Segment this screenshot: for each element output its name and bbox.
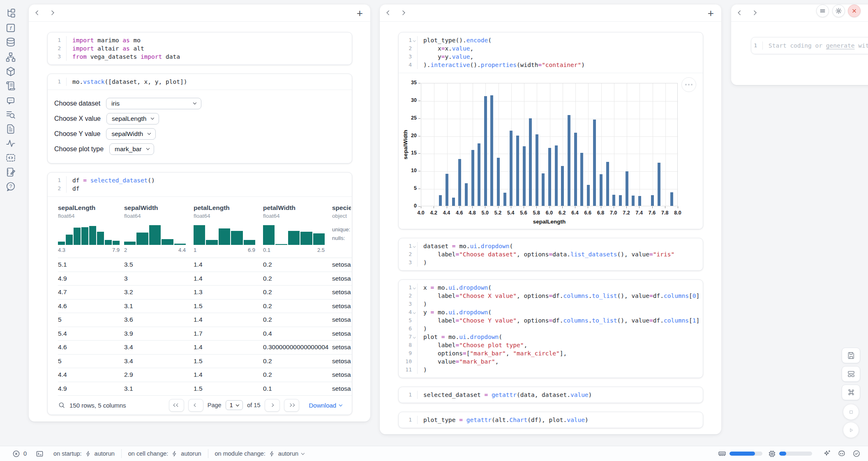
- cell-xy-plot-dropdowns[interactable]: 1x = mo.ui.dropdown(2 label="Choose X va…: [398, 279, 703, 378]
- bar[interactable]: [478, 143, 480, 206]
- column-prev-icon[interactable]: [738, 11, 743, 16]
- code-text[interactable]: x = mo.ui.dropdown(: [418, 284, 492, 292]
- bar[interactable]: [523, 146, 526, 206]
- download-button[interactable]: Download: [309, 402, 342, 409]
- code-text[interactable]: mo.vstack([dataset, x, y, plot]): [67, 78, 187, 86]
- column-header-sepalLength[interactable]: sepalLengthfloat644.37.9: [58, 204, 124, 253]
- table-row[interactable]: 53.61.40.2setosa: [58, 313, 352, 327]
- code-text[interactable]: plot_type = getattr(alt.Chart(df), plot.…: [418, 416, 589, 424]
- help-bubble-icon[interactable]: ?: [5, 181, 16, 192]
- code-text[interactable]: value="mark_bar",: [418, 357, 499, 366]
- column-prev-icon[interactable]: [386, 11, 391, 16]
- cell-selected-dataset[interactable]: 1selected_dataset = getattr(data, datase…: [398, 387, 703, 403]
- code-text[interactable]: plot_type().encode(: [418, 36, 492, 44]
- shortcuts-button[interactable]: [842, 385, 860, 400]
- layout-button[interactable]: [842, 366, 860, 382]
- bar[interactable]: [651, 195, 654, 206]
- code-editor-placeholder[interactable]: Start coding or generate with: [763, 41, 868, 50]
- generate-link[interactable]: generate: [826, 42, 855, 49]
- code-text[interactable]: y = mo.ui.dropdown(: [418, 308, 492, 316]
- cell-plot-type[interactable]: 1plot_type = getattr(alt.Chart(df), plot…: [398, 412, 703, 428]
- run-button[interactable]: [843, 422, 859, 438]
- bar[interactable]: [510, 131, 512, 206]
- add-column-icon[interactable]: +: [357, 8, 363, 18]
- code-text[interactable]: import altair as alt: [67, 44, 144, 53]
- table-row[interactable]: 4.93.11.50.1setosa: [58, 382, 352, 396]
- column-next-icon[interactable]: [400, 11, 405, 16]
- dropdown-select-3[interactable]: mark_bar: [109, 143, 154, 155]
- bar[interactable]: [465, 183, 468, 206]
- code-text[interactable]: x=x.value,: [418, 44, 473, 53]
- package-icon[interactable]: [5, 66, 16, 77]
- chart-actions-menu-icon[interactable]: [681, 77, 696, 92]
- code-text[interactable]: label="Choose dataset", options=data.lis…: [418, 250, 674, 258]
- file-tree-icon[interactable]: [5, 8, 16, 19]
- code-text[interactable]: options=["mark_bar", "mark_circle"],: [418, 349, 567, 357]
- column-next-icon[interactable]: [49, 11, 54, 16]
- prev-page-button[interactable]: [188, 399, 203, 412]
- code-text[interactable]: plot = mo.ui.dropdown(: [418, 333, 502, 341]
- connection-status[interactable]: [852, 449, 861, 458]
- database-icon[interactable]: [5, 37, 16, 48]
- bar[interactable]: [452, 198, 455, 206]
- bar[interactable]: [658, 163, 660, 206]
- add-column-icon[interactable]: +: [708, 8, 714, 18]
- cell-plot[interactable]: 1plot_type().encode(2 x=x.value,3 y=y.va…: [398, 32, 703, 229]
- copilot-button[interactable]: [838, 449, 846, 458]
- column-header-petalLength[interactable]: petalLengthfloat6416.9: [194, 204, 263, 253]
- table-row[interactable]: 4.73.21.30.2setosa: [58, 286, 352, 300]
- code-text[interactable]: ).interactive().properties(width="contai…: [418, 61, 585, 69]
- bar[interactable]: [574, 133, 577, 206]
- table-row[interactable]: 53.41.50.2setosa: [58, 355, 352, 369]
- dropdown-select-1[interactable]: sepalLength: [106, 113, 159, 124]
- function-square-icon[interactable]: f: [5, 23, 16, 33]
- fold-toggle-icon[interactable]: [412, 284, 417, 292]
- page-select[interactable]: 1: [226, 400, 243, 410]
- cell-dataset-dropdown[interactable]: 1dataset = mo.ui.dropdown(2 label="Choos…: [398, 238, 703, 271]
- on-startup-setting[interactable]: on startup: autorun: [53, 450, 115, 457]
- code-text[interactable]: dataset = mo.ui.dropdown(: [418, 242, 513, 250]
- code-text[interactable]: label="Choose plot type",: [418, 341, 527, 349]
- bar[interactable]: [439, 195, 442, 206]
- code-text[interactable]: ): [418, 325, 427, 333]
- dependency-graph-icon[interactable]: [5, 52, 16, 62]
- column-header-petalWidth[interactable]: petalWidthfloat640.12.5: [263, 204, 332, 253]
- bar[interactable]: [529, 118, 532, 206]
- bar[interactable]: [516, 136, 519, 206]
- table-row[interactable]: 5.43.91.70.4setosa: [58, 327, 352, 341]
- table-row[interactable]: 4.63.11.50.2setosa: [58, 300, 352, 313]
- code-text[interactable]: import marimo as mo: [67, 36, 141, 44]
- bar[interactable]: [580, 153, 583, 206]
- logs-search-icon[interactable]: [5, 109, 16, 120]
- code-text[interactable]: label="Choose X value", options=df.colum…: [418, 292, 699, 300]
- bar[interactable]: [458, 159, 461, 206]
- dropdown-select-2[interactable]: sepalWidth: [106, 128, 155, 140]
- cell-dataframe[interactable]: 1df = selected_dataset()2df sepalLengthf…: [47, 172, 352, 415]
- close-button[interactable]: [848, 5, 861, 17]
- on-cell-change-setting[interactable]: on cell change: autorun: [128, 450, 201, 457]
- bar[interactable]: [542, 173, 545, 206]
- bar[interactable]: [446, 174, 448, 206]
- fold-toggle-icon[interactable]: [412, 242, 417, 250]
- document-icon[interactable]: [5, 124, 16, 134]
- search-icon[interactable]: [58, 401, 65, 409]
- tracing-activity-icon[interactable]: [5, 138, 16, 149]
- scratchpad-icon[interactable]: [5, 167, 16, 177]
- code-text[interactable]: label="Choose Y value", options=df.colum…: [418, 316, 699, 325]
- code-text[interactable]: ): [418, 258, 427, 267]
- bar[interactable]: [484, 96, 487, 206]
- bar[interactable]: [600, 174, 603, 206]
- code-text[interactable]: from vega_datasets import data: [67, 53, 180, 61]
- cell-vstack[interactable]: 1mo.vstack([dataset, x, y, plot]) Choose…: [47, 74, 352, 164]
- column-prev-icon[interactable]: [35, 11, 40, 16]
- table-row[interactable]: 4.63.41.40.30000000000000004setosa: [58, 341, 352, 355]
- bar[interactable]: [568, 115, 570, 206]
- bar[interactable]: [587, 185, 590, 206]
- bar[interactable]: [619, 195, 622, 206]
- next-page-button[interactable]: [265, 399, 280, 412]
- bar[interactable]: [490, 95, 493, 206]
- column-header-species[interactable]: speciesobjectunique:nulls:: [332, 204, 351, 253]
- table-row[interactable]: 5.13.51.40.2setosa: [58, 258, 352, 272]
- terminal-button[interactable]: [36, 450, 44, 458]
- bar[interactable]: [555, 145, 558, 206]
